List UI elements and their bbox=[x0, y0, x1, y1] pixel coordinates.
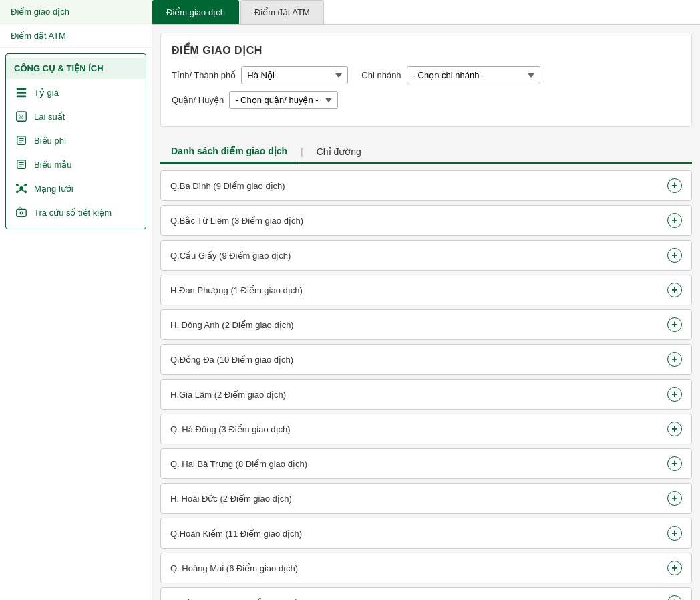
svg-point-23 bbox=[20, 212, 23, 214]
sidebar-item-bieu-mau-label: Biểu mẫu bbox=[34, 160, 71, 170]
district-item-hai-ba-trung[interactable]: Q. Hai Bà Trưng (8 Điểm giao dịch)+ bbox=[160, 448, 692, 479]
district-item-dong-da[interactable]: Q.Đống Đa (10 Điểm giao dịch)+ bbox=[160, 344, 692, 375]
city-label: Tỉnh/ Thành phố bbox=[172, 70, 236, 80]
district-name-hoai-duc: H. Hoài Đức (2 Điểm giao dịch) bbox=[170, 494, 292, 504]
tag-icon bbox=[14, 133, 29, 148]
tab-diem-dat-atm[interactable]: Điểm đặt ATM bbox=[240, 0, 324, 24]
district-item-ha-dong[interactable]: Q. Hà Đông (3 Điểm giao dịch)+ bbox=[160, 414, 692, 444]
district-group: Quận/ Huyện - Chọn quận/ huyện - bbox=[172, 91, 338, 109]
district-expand-icon-bac-tu-liem[interactable]: + bbox=[667, 213, 682, 228]
top-tabs: Điểm giao dịch Điểm đặt ATM bbox=[152, 0, 700, 25]
savings-icon bbox=[14, 205, 29, 220]
district-expand-icon-hoang-mai[interactable]: + bbox=[667, 561, 682, 575]
svg-rect-22 bbox=[17, 210, 26, 217]
svg-rect-1 bbox=[17, 92, 26, 94]
district-name-dan-phuong: H.Đan Phượng (1 Điểm giao dịch) bbox=[170, 285, 303, 295]
sidebar-item-bieu-mau[interactable]: Biểu mẫu bbox=[6, 152, 146, 176]
branch-label: Chi nhánh bbox=[361, 70, 401, 80]
city-select[interactable]: Hà Nội bbox=[241, 66, 348, 84]
district-name-dong-anh: H. Đông Anh (2 Điểm giao dịch) bbox=[170, 320, 294, 330]
district-name-dong-da: Q.Đống Đa (10 Điểm giao dịch) bbox=[170, 355, 293, 365]
svg-line-19 bbox=[21, 186, 25, 187]
svg-text:%: % bbox=[19, 114, 24, 120]
district-expand-icon-hoan-kiem[interactable]: + bbox=[667, 526, 682, 541]
district-item-hoang-mai[interactable]: Q. Hoàng Mai (6 Điểm giao dịch)+ bbox=[160, 553, 692, 583]
district-item-hoai-duc[interactable]: H. Hoài Đức (2 Điểm giao dịch)+ bbox=[160, 483, 692, 514]
district-name-hoan-kiem: Q.Hoàn Kiếm (11 Điểm giao dịch) bbox=[170, 529, 302, 539]
district-item-dong-anh[interactable]: H. Đông Anh (2 Điểm giao dịch)+ bbox=[160, 309, 692, 340]
form-row-1: Tỉnh/ Thành phố Hà Nội Chi nhánh - Chọn … bbox=[172, 66, 681, 84]
exchange-icon bbox=[14, 85, 29, 100]
sidebar-section-title: CÔNG CỤ & TIỆN ÍCH bbox=[6, 58, 146, 79]
form-row-2: Quận/ Huyện - Chọn quận/ huyện - bbox=[172, 91, 681, 109]
tab-chi-duong[interactable]: Chỉ đường bbox=[306, 141, 372, 162]
district-expand-icon-dong-da[interactable]: + bbox=[667, 352, 682, 367]
svg-line-21 bbox=[21, 190, 25, 192]
district-expand-icon-ba-dinh[interactable]: + bbox=[667, 178, 682, 193]
district-select[interactable]: - Chọn quận/ huyện - bbox=[229, 91, 338, 109]
svg-line-18 bbox=[18, 186, 21, 187]
district-list: Q.Ba Đình (9 Điểm giao dịch)+Q.Bắc Từ Li… bbox=[160, 170, 692, 600]
district-item-ba-dinh[interactable]: Q.Ba Đình (9 Điểm giao dịch)+ bbox=[160, 170, 692, 201]
district-name-cau-giay: Q.Cầu Giấy (9 Điểm giao dịch) bbox=[170, 251, 291, 261]
sidebar-item-tra-cuu[interactable]: Tra cứu số tiết kiệm bbox=[6, 200, 146, 224]
svg-point-13 bbox=[19, 186, 23, 190]
district-item-bac-tu-liem[interactable]: Q.Bắc Từ Liêm (3 Điểm giao dịch)+ bbox=[160, 205, 692, 236]
district-name-hai-ba-trung: Q. Hai Bà Trưng (8 Điểm giao dịch) bbox=[170, 459, 307, 469]
sidebar-item-lai-suat[interactable]: % Lãi suất bbox=[6, 104, 146, 128]
percent-icon: % bbox=[14, 109, 29, 124]
sidebar-item-tra-cuu-label: Tra cứu số tiết kiệm bbox=[34, 208, 112, 218]
main-content: Điểm giao dịch Điểm đặt ATM ĐIỂM GIAO DỊ… bbox=[152, 0, 700, 600]
sidebar-item-ty-gia[interactable]: Tỷ giá bbox=[6, 80, 146, 104]
branch-group: Chi nhánh - Chọn chi nhánh - bbox=[361, 66, 540, 84]
svg-rect-2 bbox=[17, 96, 26, 98]
sidebar-item-mang-luoi[interactable]: Mạng lưới bbox=[6, 176, 146, 200]
sidebar-item-diem-giao-dich[interactable]: Điểm giao dịch bbox=[0, 0, 152, 24]
page-layout: Điểm giao dịch Điểm đặt ATM CÔNG CỤ & TI… bbox=[0, 0, 700, 600]
sidebar-item-lai-suat-label: Lãi suất bbox=[34, 112, 65, 122]
district-label: Quận/ Huyện bbox=[172, 95, 224, 105]
district-expand-icon-dan-phuong[interactable]: + bbox=[667, 283, 682, 297]
branch-select[interactable]: - Chọn chi nhánh - bbox=[407, 66, 540, 84]
district-expand-icon-hoai-duc[interactable]: + bbox=[667, 491, 682, 506]
network-icon bbox=[14, 181, 29, 196]
section-title: ĐIỂM GIAO DỊCH bbox=[172, 44, 681, 57]
district-expand-icon-thanh-tri[interactable]: + bbox=[667, 595, 682, 600]
district-item-dan-phuong[interactable]: H.Đan Phượng (1 Điểm giao dịch)+ bbox=[160, 275, 692, 305]
svg-line-20 bbox=[18, 190, 21, 192]
district-expand-icon-cau-giay[interactable]: + bbox=[667, 248, 682, 263]
sidebar-item-bieu-phi[interactable]: Biểu phí bbox=[6, 128, 146, 152]
district-expand-icon-gia-lam[interactable]: + bbox=[667, 387, 682, 402]
city-group: Tỉnh/ Thành phố Hà Nội bbox=[172, 66, 348, 84]
district-item-cau-giay[interactable]: Q.Cầu Giấy (9 Điểm giao dịch)+ bbox=[160, 240, 692, 271]
tab-diem-giao-dich[interactable]: Điểm giao dịch bbox=[152, 0, 239, 24]
district-name-gia-lam: H.Gia Lâm (2 Điểm giao dịch) bbox=[170, 390, 286, 400]
tab-danh-sach[interactable]: Danh sách điểm giao dịch bbox=[160, 140, 298, 164]
district-name-ba-dinh: Q.Ba Đình (9 Điểm giao dịch) bbox=[170, 181, 285, 191]
sidebar-item-ty-gia-label: Tỷ giá bbox=[34, 88, 59, 98]
district-item-hoan-kiem[interactable]: Q.Hoàn Kiếm (11 Điểm giao dịch)+ bbox=[160, 518, 692, 549]
district-name-thanh-tri: Huyện Thanh Trì (1 Điểm giao dịch) bbox=[170, 598, 309, 601]
district-item-gia-lam[interactable]: H.Gia Lâm (2 Điểm giao dịch)+ bbox=[160, 379, 692, 410]
district-expand-icon-ha-dong[interactable]: + bbox=[667, 422, 682, 436]
sidebar-item-mang-luoi-label: Mạng lưới bbox=[34, 184, 73, 194]
district-expand-icon-dong-anh[interactable]: + bbox=[667, 317, 682, 332]
district-name-hoang-mai: Q. Hoàng Mai (6 Điểm giao dịch) bbox=[170, 563, 298, 573]
district-name-ha-dong: Q. Hà Đông (3 Điểm giao dịch) bbox=[170, 424, 291, 434]
svg-rect-0 bbox=[17, 88, 26, 90]
district-name-bac-tu-liem: Q.Bắc Từ Liêm (3 Điểm giao dịch) bbox=[170, 216, 303, 226]
form-icon bbox=[14, 157, 29, 172]
section-container: ĐIỂM GIAO DỊCH Tỉnh/ Thành phố Hà Nội Ch… bbox=[160, 33, 692, 127]
district-item-thanh-tri[interactable]: Huyện Thanh Trì (1 Điểm giao dịch)+ bbox=[160, 587, 692, 600]
district-expand-icon-hai-ba-trung[interactable]: + bbox=[667, 456, 682, 471]
sidebar-item-diem-dat-atm[interactable]: Điểm đặt ATM bbox=[0, 24, 152, 48]
tab-divider: | bbox=[298, 146, 306, 157]
list-tabs: Danh sách điểm giao dịch | Chỉ đường bbox=[160, 135, 692, 164]
sidebar-cong-cu-section: CÔNG CỤ & TIỆN ÍCH Tỷ giá % Lãi suất bbox=[5, 53, 146, 229]
sidebar: Điểm giao dịch Điểm đặt ATM CÔNG CỤ & TI… bbox=[0, 0, 152, 600]
sidebar-item-bieu-phi-label: Biểu phí bbox=[34, 136, 66, 146]
